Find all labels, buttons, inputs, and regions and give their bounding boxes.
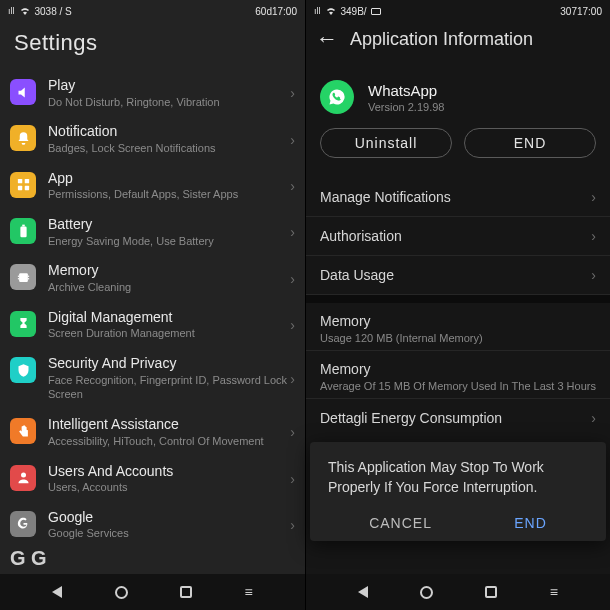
row-sub: Accessibility, HiTouch, Control Of Movem… xyxy=(48,434,290,449)
chevron-right-icon: › xyxy=(591,228,596,244)
nav-home-icon[interactable] xyxy=(420,586,433,599)
status-right-text: 30717:00 xyxy=(560,6,602,17)
row-sub: Average Of 15 MB Of Memory Used In The L… xyxy=(320,380,596,392)
back-arrow-icon[interactable]: ← xyxy=(316,26,338,52)
chevron-right-icon: › xyxy=(290,471,295,487)
battery-icon xyxy=(10,218,36,244)
row-label: Dettagli Energy Consumption xyxy=(320,410,591,426)
row-title: Google xyxy=(48,509,290,527)
row-sub: Google Services xyxy=(48,526,290,541)
shield-icon xyxy=(10,357,36,383)
row-sub: Face Recognition, Fingerprint ID, Passwo… xyxy=(48,373,290,403)
hand-icon xyxy=(10,418,36,444)
svg-rect-7 xyxy=(17,276,18,277)
hourglass-icon xyxy=(10,311,36,337)
row-sub: Badges, Lock Screen Notifications xyxy=(48,141,290,156)
row-label: Manage Notifications xyxy=(320,189,591,205)
row-sub: Archive Cleaning xyxy=(48,280,290,295)
force-stop-dialog: This Application May Stop To Work Proper… xyxy=(310,442,606,541)
row-label: Data Usage xyxy=(320,267,591,283)
chevron-right-icon: › xyxy=(290,178,295,194)
row-sub: Energy Saving Mode, Use Battery xyxy=(48,234,290,249)
sidebar-item-notification[interactable]: Notification Badges, Lock Screen Notific… xyxy=(0,116,305,162)
row-memory-storage[interactable]: Memory Usage 120 MB (Internal Memory) xyxy=(306,303,610,351)
whatsapp-icon xyxy=(320,80,354,114)
cellular-signal-icon: ıll xyxy=(8,6,15,16)
status-right-text: 60d17:00 xyxy=(255,6,297,17)
sidebar-item-memory[interactable]: Memory Archive Cleaning › xyxy=(0,255,305,301)
card-icon xyxy=(371,8,381,15)
watermark: G G xyxy=(10,547,47,570)
dialog-confirm-button[interactable]: END xyxy=(514,515,547,531)
svg-rect-8 xyxy=(17,278,18,279)
page-title: Settings xyxy=(0,22,305,70)
row-memory-usage[interactable]: Memory Average Of 15 MB Of Memory Used I… xyxy=(306,351,610,399)
row-title: Intelligent Assistance xyxy=(48,416,290,434)
nav-recent-icon[interactable] xyxy=(485,586,497,598)
chevron-right-icon: › xyxy=(591,189,596,205)
chevron-right-icon: › xyxy=(290,85,295,101)
sidebar-item-battery[interactable]: Battery Energy Saving Mode, Use Battery … xyxy=(0,209,305,255)
svg-rect-3 xyxy=(24,186,28,190)
dialog-cancel-button[interactable]: CANCEL xyxy=(369,515,432,531)
nav-home-icon[interactable] xyxy=(115,586,128,599)
nav-bar-left: ≡ xyxy=(0,574,305,610)
status-left-text: 349B/ xyxy=(341,6,367,17)
sidebar-item-google[interactable]: Google Google Services › xyxy=(0,502,305,548)
row-sub: Permissions, Default Apps, Sister Apps xyxy=(48,187,290,202)
chevron-right-icon: › xyxy=(290,224,295,240)
row-title: Digital Management xyxy=(48,309,290,327)
app-name: WhatsApp xyxy=(368,82,444,99)
nav-more-icon[interactable]: ≡ xyxy=(550,584,558,600)
row-manage-notifications[interactable]: Manage Notifications › xyxy=(306,178,610,217)
svg-rect-10 xyxy=(27,278,28,279)
settings-list: Play Do Not Disturb, Ringtone, Vibration… xyxy=(0,70,305,548)
row-title: Users And Accounts xyxy=(48,463,290,481)
end-button[interactable]: END xyxy=(464,128,596,158)
sidebar-item-app[interactable]: App Permissions, Default Apps, Sister Ap… xyxy=(0,163,305,209)
svg-rect-5 xyxy=(22,224,25,226)
nav-back-icon[interactable] xyxy=(52,586,62,598)
row-title: Notification xyxy=(48,123,290,141)
sidebar-item-play[interactable]: Play Do Not Disturb, Ringtone, Vibration… xyxy=(0,70,305,116)
sidebar-item-security[interactable]: Security And Privacy Face Recognition, F… xyxy=(0,348,305,409)
status-bar-left: ıll 3038 / S 60d17:00 xyxy=(0,0,305,22)
app-version: Version 2.19.98 xyxy=(368,101,444,113)
svg-rect-0 xyxy=(17,179,21,183)
bell-icon xyxy=(10,125,36,151)
cellular-signal-icon: ıll xyxy=(314,6,321,16)
sidebar-item-users[interactable]: Users And Accounts Users, Accounts › xyxy=(0,456,305,502)
row-energy[interactable]: Dettagli Energy Consumption › xyxy=(306,399,610,437)
user-icon xyxy=(10,465,36,491)
row-authorisation[interactable]: Authorisation › xyxy=(306,217,610,256)
row-title: Memory xyxy=(320,361,596,377)
chevron-right-icon: › xyxy=(290,371,295,387)
nav-bar-right: ≡ xyxy=(306,574,610,610)
row-title: Memory xyxy=(320,313,596,329)
svg-rect-6 xyxy=(19,273,28,282)
svg-point-11 xyxy=(21,473,26,478)
speaker-icon xyxy=(10,79,36,105)
row-sub: Screen Duration Management xyxy=(48,326,290,341)
sidebar-item-digital[interactable]: Digital Management Screen Duration Manag… xyxy=(0,302,305,348)
wifi-icon xyxy=(19,5,31,17)
svg-rect-1 xyxy=(24,179,28,183)
row-title: Memory xyxy=(48,262,290,280)
sidebar-item-intelligent[interactable]: Intelligent Assistance Accessibility, Hi… xyxy=(0,409,305,455)
chevron-right-icon: › xyxy=(290,424,295,440)
row-sub: Do Not Disturb, Ringtone, Vibration xyxy=(48,95,290,110)
nav-back-icon[interactable] xyxy=(358,586,368,598)
svg-rect-9 xyxy=(27,276,28,277)
nav-more-icon[interactable]: ≡ xyxy=(244,584,252,600)
row-data-usage[interactable]: Data Usage › xyxy=(306,256,610,295)
row-label: Authorisation xyxy=(320,228,591,244)
row-title: Security And Privacy xyxy=(48,355,290,373)
grid-icon xyxy=(10,172,36,198)
uninstall-button[interactable]: Uninstall xyxy=(320,128,452,158)
header: ← Application Information xyxy=(306,22,610,64)
nav-recent-icon[interactable] xyxy=(180,586,192,598)
row-sub: Usage 120 MB (Internal Memory) xyxy=(320,332,596,344)
memory-icon xyxy=(10,264,36,290)
chevron-right-icon: › xyxy=(290,132,295,148)
row-title: App xyxy=(48,170,290,188)
